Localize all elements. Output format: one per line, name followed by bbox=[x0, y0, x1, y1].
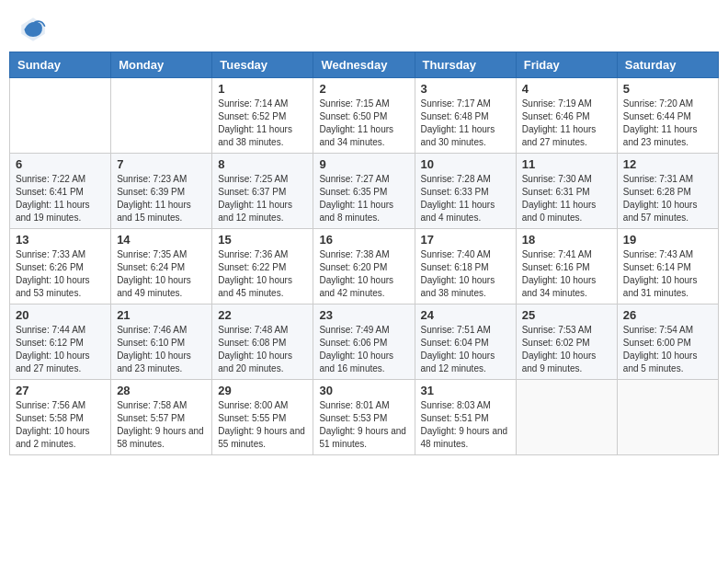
day-number: 11 bbox=[522, 157, 611, 171]
cell-info: Sunrise: 7:27 AMSunset: 6:35 PMDaylight:… bbox=[319, 173, 408, 224]
calendar-week-row: 6Sunrise: 7:22 AMSunset: 6:41 PMDaylight… bbox=[10, 154, 719, 229]
calendar-cell: 14Sunrise: 7:35 AMSunset: 6:24 PMDayligh… bbox=[111, 229, 212, 304]
cell-info: Sunrise: 7:33 AMSunset: 6:26 PMDaylight:… bbox=[16, 248, 105, 300]
calendar-cell: 15Sunrise: 7:36 AMSunset: 6:22 PMDayligh… bbox=[212, 229, 313, 304]
cell-info: Sunrise: 7:23 AMSunset: 6:39 PMDaylight:… bbox=[117, 173, 206, 224]
cell-info: Sunrise: 7:49 AMSunset: 6:06 PMDaylight:… bbox=[319, 324, 408, 375]
calendar-week-row: 20Sunrise: 7:44 AMSunset: 6:12 PMDayligh… bbox=[10, 304, 719, 380]
calendar-week-row: 27Sunrise: 7:56 AMSunset: 5:58 PMDayligh… bbox=[10, 380, 719, 455]
calendar-cell bbox=[10, 78, 111, 154]
cell-info: Sunrise: 7:56 AMSunset: 5:58 PMDaylight:… bbox=[16, 399, 105, 451]
day-number: 1 bbox=[218, 82, 307, 96]
calendar-cell: 17Sunrise: 7:40 AMSunset: 6:18 PMDayligh… bbox=[415, 229, 516, 304]
logo-icon bbox=[18, 15, 48, 44]
calendar-wrap: SundayMondayTuesdayWednesdayThursdayFrid… bbox=[0, 52, 728, 465]
cell-info: Sunrise: 7:20 AMSunset: 6:44 PMDaylight:… bbox=[623, 98, 712, 149]
day-number: 23 bbox=[319, 308, 408, 322]
weekday-header: Friday bbox=[516, 52, 617, 78]
cell-info: Sunrise: 7:35 AMSunset: 6:24 PMDaylight:… bbox=[117, 248, 206, 300]
calendar-cell: 24Sunrise: 7:51 AMSunset: 6:04 PMDayligh… bbox=[415, 304, 516, 380]
day-number: 30 bbox=[319, 384, 408, 397]
day-number: 7 bbox=[117, 157, 206, 171]
cell-info: Sunrise: 7:41 AMSunset: 6:16 PMDaylight:… bbox=[522, 248, 611, 300]
cell-info: Sunrise: 7:48 AMSunset: 6:08 PMDaylight:… bbox=[218, 324, 307, 375]
calendar-cell: 28Sunrise: 7:58 AMSunset: 5:57 PMDayligh… bbox=[111, 380, 212, 455]
weekday-header: Saturday bbox=[617, 52, 718, 78]
cell-info: Sunrise: 7:51 AMSunset: 6:04 PMDaylight:… bbox=[421, 324, 510, 375]
cell-info: Sunrise: 8:01 AMSunset: 5:53 PMDaylight:… bbox=[319, 399, 408, 451]
day-number: 17 bbox=[421, 233, 510, 247]
day-number: 20 bbox=[16, 308, 105, 322]
day-number: 9 bbox=[319, 157, 408, 171]
calendar-cell: 8Sunrise: 7:25 AMSunset: 6:37 PMDaylight… bbox=[212, 154, 313, 229]
day-number: 25 bbox=[522, 308, 611, 322]
day-number: 29 bbox=[218, 384, 307, 397]
cell-info: Sunrise: 7:28 AMSunset: 6:33 PMDaylight:… bbox=[421, 173, 510, 224]
cell-info: Sunrise: 7:54 AMSunset: 6:00 PMDaylight:… bbox=[623, 324, 712, 375]
cell-info: Sunrise: 7:31 AMSunset: 6:28 PMDaylight:… bbox=[623, 173, 712, 224]
day-number: 10 bbox=[421, 157, 510, 171]
cell-info: Sunrise: 7:46 AMSunset: 6:10 PMDaylight:… bbox=[117, 324, 206, 375]
cell-info: Sunrise: 7:38 AMSunset: 6:20 PMDaylight:… bbox=[319, 248, 408, 300]
cell-info: Sunrise: 7:53 AMSunset: 6:02 PMDaylight:… bbox=[522, 324, 611, 375]
day-number: 27 bbox=[16, 384, 105, 397]
calendar-cell: 23Sunrise: 7:49 AMSunset: 6:06 PMDayligh… bbox=[313, 304, 415, 380]
weekday-header: Sunday bbox=[10, 52, 111, 78]
day-number: 13 bbox=[16, 233, 105, 247]
calendar-cell bbox=[111, 78, 212, 154]
weekday-header: Monday bbox=[111, 52, 212, 78]
day-number: 28 bbox=[117, 384, 206, 397]
day-number: 26 bbox=[623, 308, 712, 322]
cell-info: Sunrise: 8:03 AMSunset: 5:51 PMDaylight:… bbox=[421, 399, 510, 451]
calendar-cell: 30Sunrise: 8:01 AMSunset: 5:53 PMDayligh… bbox=[313, 380, 415, 455]
calendar-cell: 19Sunrise: 7:43 AMSunset: 6:14 PMDayligh… bbox=[617, 229, 718, 304]
cell-info: Sunrise: 7:19 AMSunset: 6:46 PMDaylight:… bbox=[522, 98, 611, 149]
calendar-cell: 3Sunrise: 7:17 AMSunset: 6:48 PMDaylight… bbox=[415, 78, 516, 154]
weekday-header: Wednesday bbox=[313, 52, 415, 78]
calendar-cell: 12Sunrise: 7:31 AMSunset: 6:28 PMDayligh… bbox=[617, 154, 718, 229]
calendar-cell: 25Sunrise: 7:53 AMSunset: 6:02 PMDayligh… bbox=[516, 304, 617, 380]
calendar-week-row: 13Sunrise: 7:33 AMSunset: 6:26 PMDayligh… bbox=[10, 229, 719, 304]
cell-info: Sunrise: 7:36 AMSunset: 6:22 PMDaylight:… bbox=[218, 248, 307, 300]
calendar-cell: 11Sunrise: 7:30 AMSunset: 6:31 PMDayligh… bbox=[516, 154, 617, 229]
cell-info: Sunrise: 7:14 AMSunset: 6:52 PMDaylight:… bbox=[218, 98, 307, 149]
calendar-cell: 13Sunrise: 7:33 AMSunset: 6:26 PMDayligh… bbox=[10, 229, 111, 304]
calendar-cell: 27Sunrise: 7:56 AMSunset: 5:58 PMDayligh… bbox=[10, 380, 111, 455]
logo bbox=[18, 15, 51, 44]
day-number: 21 bbox=[117, 308, 206, 322]
cell-info: Sunrise: 8:00 AMSunset: 5:55 PMDaylight:… bbox=[218, 399, 307, 451]
day-number: 8 bbox=[218, 157, 307, 171]
calendar-cell: 9Sunrise: 7:27 AMSunset: 6:35 PMDaylight… bbox=[313, 154, 415, 229]
calendar-cell bbox=[516, 380, 617, 455]
day-number: 22 bbox=[218, 308, 307, 322]
calendar-cell: 20Sunrise: 7:44 AMSunset: 6:12 PMDayligh… bbox=[10, 304, 111, 380]
calendar-cell: 5Sunrise: 7:20 AMSunset: 6:44 PMDaylight… bbox=[617, 78, 718, 154]
day-number: 24 bbox=[421, 308, 510, 322]
calendar-week-row: 1Sunrise: 7:14 AMSunset: 6:52 PMDaylight… bbox=[10, 78, 719, 154]
cell-info: Sunrise: 7:17 AMSunset: 6:48 PMDaylight:… bbox=[421, 98, 510, 149]
calendar-cell: 10Sunrise: 7:28 AMSunset: 6:33 PMDayligh… bbox=[415, 154, 516, 229]
calendar-cell: 6Sunrise: 7:22 AMSunset: 6:41 PMDaylight… bbox=[10, 154, 111, 229]
day-number: 31 bbox=[421, 384, 510, 397]
day-number: 19 bbox=[623, 233, 712, 247]
day-number: 5 bbox=[623, 82, 712, 96]
calendar-cell: 16Sunrise: 7:38 AMSunset: 6:20 PMDayligh… bbox=[313, 229, 415, 304]
cell-info: Sunrise: 7:25 AMSunset: 6:37 PMDaylight:… bbox=[218, 173, 307, 224]
cell-info: Sunrise: 7:30 AMSunset: 6:31 PMDaylight:… bbox=[522, 173, 611, 224]
day-number: 2 bbox=[319, 82, 408, 96]
cell-info: Sunrise: 7:15 AMSunset: 6:50 PMDaylight:… bbox=[319, 98, 408, 149]
day-number: 4 bbox=[522, 82, 611, 96]
calendar-cell: 4Sunrise: 7:19 AMSunset: 6:46 PMDaylight… bbox=[516, 78, 617, 154]
cell-info: Sunrise: 7:43 AMSunset: 6:14 PMDaylight:… bbox=[623, 248, 712, 300]
calendar-cell: 7Sunrise: 7:23 AMSunset: 6:39 PMDaylight… bbox=[111, 154, 212, 229]
cell-info: Sunrise: 7:44 AMSunset: 6:12 PMDaylight:… bbox=[16, 324, 105, 375]
cell-info: Sunrise: 7:22 AMSunset: 6:41 PMDaylight:… bbox=[16, 173, 105, 224]
cell-info: Sunrise: 7:58 AMSunset: 5:57 PMDaylight:… bbox=[117, 399, 206, 451]
calendar-cell bbox=[617, 380, 718, 455]
calendar-cell: 2Sunrise: 7:15 AMSunset: 6:50 PMDaylight… bbox=[313, 78, 415, 154]
calendar-cell: 21Sunrise: 7:46 AMSunset: 6:10 PMDayligh… bbox=[111, 304, 212, 380]
page-header bbox=[0, 0, 728, 52]
cell-info: Sunrise: 7:40 AMSunset: 6:18 PMDaylight:… bbox=[421, 248, 510, 300]
day-number: 3 bbox=[421, 82, 510, 96]
day-number: 18 bbox=[522, 233, 611, 247]
